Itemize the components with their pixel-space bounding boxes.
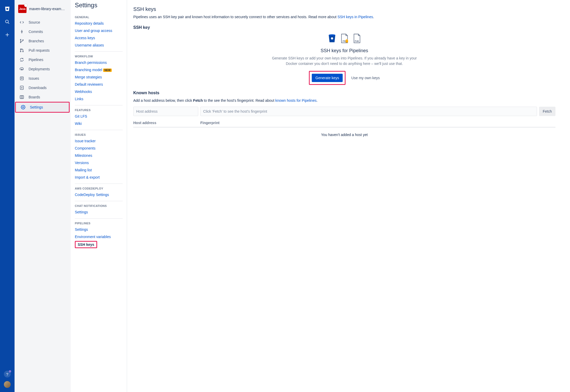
bucket-icon	[328, 33, 336, 43]
known-hosts-text: Add a host address below, then click Fet…	[133, 98, 555, 103]
svg-point-22	[331, 37, 333, 39]
repo-header[interactable]: Java maven-library-exam…	[15, 5, 71, 18]
repo-nav-settings[interactable]: Settings	[15, 102, 70, 113]
create-icon[interactable]	[3, 31, 11, 39]
settings-group-head: PIPELINES	[75, 219, 123, 226]
page-heading: SSH keys	[133, 6, 555, 12]
settings-link[interactable]: Git LFS	[75, 113, 123, 120]
public-key-file-icon: PUB	[353, 33, 361, 43]
settings-link[interactable]: Settings	[75, 208, 123, 216]
known-hosts-table-header: Host address Fingerprint	[133, 121, 555, 127]
repo-nav-commits[interactable]: Commits	[15, 27, 71, 36]
svg-point-10	[20, 49, 21, 50]
ssh-empty-panel: PRI PUB SSH keys for Pipelines Generate …	[272, 33, 417, 85]
settings-link[interactable]: Issue tracker	[75, 137, 123, 145]
repo-nav-pull-requests[interactable]: Pull requests	[15, 46, 71, 55]
repo-sidebar: Java maven-library-exam… SourceCommitsBr…	[15, 0, 71, 392]
repo-nav-label: Pipelines	[29, 58, 43, 62]
settings-group-head: AWS CODEDEPLOY	[75, 184, 123, 191]
host-address-input[interactable]	[133, 107, 198, 116]
settings-link[interactable]: Default reviewers	[75, 81, 123, 88]
known-hosts-docs-link[interactable]: known hosts for Pipelines	[275, 98, 317, 103]
branches-icon	[19, 38, 24, 44]
settings-link[interactable]: Links	[75, 95, 123, 103]
ssh-key-section-heading: SSH key	[133, 25, 555, 30]
repo-nav-downloads[interactable]: Downloads	[15, 83, 71, 92]
source-icon	[19, 20, 24, 25]
boards-icon	[19, 94, 24, 100]
svg-point-20	[23, 107, 24, 108]
ssh-panel-title: SSH keys for Pipelines	[272, 48, 417, 53]
settings-link[interactable]: Milestones	[75, 152, 123, 159]
repo-nav-pipelines[interactable]: Pipelines	[15, 55, 71, 64]
svg-rect-17	[20, 96, 24, 99]
generate-keys-highlight: Generate keys	[309, 71, 346, 85]
settings-group-head: FEATURES	[75, 105, 123, 113]
repo-nav-label: Commits	[29, 30, 43, 34]
settings-link[interactable]: SSH keys	[75, 241, 97, 248]
repo-nav-deployments[interactable]: Deployments	[15, 64, 71, 74]
repo-nav-label: Source	[29, 20, 40, 24]
settings-link[interactable]: Repository details	[75, 20, 123, 27]
downloads-icon	[19, 85, 24, 90]
repo-nav-source[interactable]: Source	[15, 18, 71, 27]
fingerprint-input[interactable]	[200, 107, 537, 116]
repo-nav-label: Issues	[29, 76, 39, 80]
bitbucket-logo-icon[interactable]	[3, 5, 11, 13]
svg-point-4	[21, 31, 23, 32]
svg-text:PUB: PUB	[355, 40, 359, 42]
global-nav-rail: ?	[0, 0, 15, 392]
main-content: SSH keys Pipelines uses an SSH key pair …	[127, 0, 570, 392]
settings-link[interactable]: Branch permissions	[75, 59, 123, 66]
known-hosts-form: Fetch	[133, 107, 555, 116]
known-hosts-empty-state: You haven't added a host yet	[133, 127, 555, 142]
repo-nav-boards[interactable]: Boards	[15, 92, 71, 102]
repo-nav-branches[interactable]: Branches	[15, 36, 71, 46]
repo-nav-issues[interactable]: Issues	[15, 74, 71, 83]
fetch-button[interactable]: Fetch	[539, 107, 555, 116]
settings-link[interactable]: Username aliases	[75, 42, 123, 49]
settings-group-head: CHAT NOTIFICATIONS	[75, 201, 123, 208]
settings-link[interactable]: Merge strategies	[75, 73, 123, 81]
settings-link[interactable]: Settings	[75, 226, 123, 233]
settings-group-head: WORKFLOW	[75, 52, 123, 59]
svg-point-7	[20, 39, 21, 40]
settings-link[interactable]: Import & export	[75, 174, 123, 181]
settings-link[interactable]: Environment variables	[75, 233, 123, 240]
repo-nav-label: Pull requests	[29, 48, 50, 52]
repo-name: maven-library-exam…	[29, 7, 65, 11]
ssh-keys-docs-link[interactable]: SSH keys in Pipelines	[337, 15, 373, 19]
settings-link[interactable]: Components	[75, 145, 123, 152]
svg-point-11	[20, 51, 21, 52]
help-icon[interactable]: ?	[4, 371, 11, 377]
settings-link[interactable]: CodeDeploy Settings	[75, 191, 123, 198]
settings-link[interactable]: Webhooks	[75, 88, 123, 95]
repo-nav-label: Downloads	[29, 86, 47, 90]
settings-group-head: ISSUES	[75, 130, 123, 137]
settings-group-head: GENERAL	[75, 12, 123, 20]
repo-nav-label: Boards	[29, 95, 40, 99]
svg-line-1	[8, 23, 9, 24]
repo-nav-label: Branches	[29, 39, 44, 43]
issues-icon	[19, 76, 24, 81]
settings-link[interactable]: Access keys	[75, 34, 123, 42]
pipelines-icon	[19, 57, 24, 62]
search-icon[interactable]	[3, 18, 11, 26]
use-my-own-keys-link[interactable]: Use my own keys	[351, 76, 380, 80]
settings-link[interactable]: Versions	[75, 159, 123, 166]
user-avatar[interactable]	[4, 381, 11, 388]
repo-nav-label: Settings	[30, 105, 43, 109]
svg-point-9	[23, 40, 23, 40]
repo-nav-label: Deployments	[29, 67, 50, 71]
settings-link[interactable]: Mailing list	[75, 166, 123, 174]
commits-icon	[19, 29, 24, 34]
ssh-key-illustration: PRI PUB	[272, 33, 417, 43]
generate-keys-button[interactable]: Generate keys	[312, 74, 343, 82]
pull-requests-icon	[19, 48, 24, 53]
intro-text: Pipelines uses an SSH key pair and known…	[133, 14, 555, 19]
new-badge: NEW	[103, 69, 112, 72]
settings-link[interactable]: Branching modelNEW	[75, 66, 123, 73]
settings-link[interactable]: User and group access	[75, 27, 123, 34]
col-fingerprint: Fingerprint	[200, 121, 555, 125]
settings-link[interactable]: Wiki	[75, 120, 123, 127]
